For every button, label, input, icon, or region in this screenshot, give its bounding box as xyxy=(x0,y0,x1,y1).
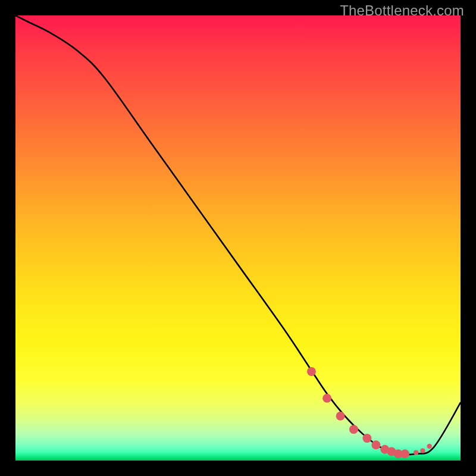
marker-dot xyxy=(349,425,358,434)
marker-dot xyxy=(400,449,409,458)
marker-dot xyxy=(362,434,371,443)
marker-dot xyxy=(414,450,418,455)
chart-plot-area xyxy=(15,15,461,461)
watermark-text: TheBottleneck.com xyxy=(340,2,464,19)
chart-stage: TheBottleneck.com xyxy=(0,0,476,476)
marker-dot xyxy=(307,367,316,376)
chart-svg xyxy=(15,15,461,461)
marker-dot xyxy=(371,440,380,449)
curve-line xyxy=(15,15,461,455)
marker-dot xyxy=(336,412,345,421)
flat-region-markers xyxy=(307,367,432,458)
marker-dot xyxy=(420,448,425,453)
marker-dot xyxy=(427,444,432,449)
marker-dot xyxy=(322,394,331,403)
